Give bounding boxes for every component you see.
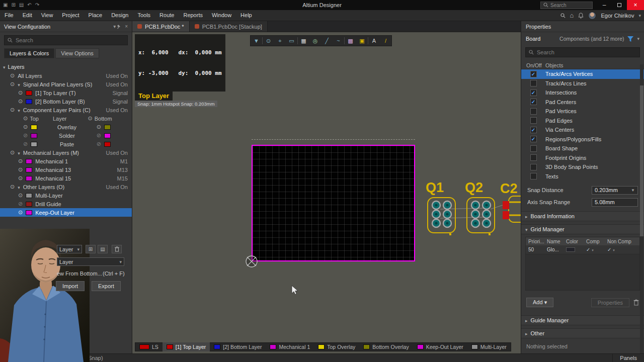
checkbox[interactable] <box>530 127 537 133</box>
duplicate-layer-button[interactable]: ▤ <box>98 245 108 253</box>
layer-color-swatch[interactable] <box>104 133 111 138</box>
layer-color-swatch[interactable] <box>104 142 111 147</box>
layer-row-drill-guide[interactable]: Drill Guide <box>0 200 132 208</box>
checkbox[interactable] <box>530 89 537 96</box>
visibility-eye-icon[interactable] <box>97 132 101 139</box>
visibility-eye-icon[interactable] <box>18 158 23 164</box>
line-icon[interactable]: / <box>380 38 391 44</box>
layer-color-swatch[interactable] <box>26 167 32 172</box>
delete-grid-icon[interactable] <box>633 299 639 306</box>
layer-color-swatch[interactable] <box>26 202 32 207</box>
grid-color-swatch[interactable] <box>566 247 575 252</box>
object-row-footprint-origins[interactable]: Footprint Origins <box>521 153 644 163</box>
object-row-regions-polygons-fills[interactable]: Regions/Polygons/Fills <box>521 135 644 144</box>
export-button[interactable]: Export <box>92 281 121 291</box>
redo-icon[interactable]: ↷ <box>35 3 39 8</box>
tab-view-options[interactable]: View Options <box>55 48 99 58</box>
snap-icon[interactable]: ⊙ <box>263 38 274 44</box>
layer-row-mechanical-15[interactable]: Mechanical 15 M15 <box>0 174 132 183</box>
object-row-pad-edges[interactable]: Pad Edges <box>521 116 644 126</box>
restore-button[interactable] <box>612 0 627 10</box>
checkbox[interactable] <box>530 164 537 170</box>
visibility-eye-icon[interactable] <box>23 124 28 130</box>
collapse-arrow-icon[interactable] <box>18 107 20 113</box>
visibility-eye-icon[interactable] <box>10 72 15 79</box>
section-board-information[interactable]: Board Information <box>521 211 644 221</box>
layer-color-swatch[interactable] <box>31 125 37 130</box>
layer-row-multi-layer[interactable]: Multi-Layer <box>0 191 132 200</box>
visibility-eye-icon[interactable] <box>23 115 28 122</box>
layer-tab-top-overlay[interactable]: Top Overlay <box>314 342 359 351</box>
open-document-icon[interactable]: ▤ <box>19 3 24 8</box>
section-guide-manager[interactable]: Guide Manager <box>521 315 644 325</box>
visibility-eye-icon[interactable] <box>97 141 101 147</box>
pair-row-paste[interactable]: Paste <box>0 140 132 148</box>
menu-help[interactable]: Help <box>236 10 257 21</box>
room-icon[interactable]: ▭ <box>286 38 297 44</box>
visibility-eye-icon[interactable] <box>88 115 93 122</box>
bell-icon[interactable] <box>578 13 584 19</box>
visibility-eye-icon[interactable] <box>10 81 15 87</box>
scrollbar-thumb[interactable] <box>640 85 643 236</box>
new-document-icon[interactable]: ⊞ <box>11 3 15 8</box>
layer-row-keep-out[interactable]: Keep-Out Layer <box>0 208 132 217</box>
checkbox[interactable] <box>530 145 537 152</box>
layers-search-input[interactable]: Search <box>4 35 128 45</box>
pad-array-icon[interactable]: ▦ <box>298 38 309 44</box>
grid-comp-check[interactable]: ✓ ▾ <box>586 247 607 252</box>
snap-distance-select[interactable]: 0.203mm ▼ <box>592 186 638 195</box>
filter-icon[interactable]: ▼ <box>251 38 262 44</box>
visibility-eye-icon[interactable] <box>18 201 23 207</box>
search-icon[interactable] <box>560 13 566 18</box>
visibility-eye-icon[interactable] <box>18 192 23 199</box>
undo-icon[interactable]: ↶ <box>27 3 31 8</box>
layer-tab-multi-layer[interactable]: Multi-Layer <box>467 342 511 351</box>
menu-reports[interactable]: Reports <box>179 10 207 21</box>
doc-tab-pcb1[interactable]: PCB1.PcbDoc * <box>132 21 190 32</box>
menu-view[interactable]: View <box>37 10 58 21</box>
menu-route[interactable]: Route <box>155 10 179 21</box>
object-row-track-arcs-lines[interactable]: Track/Arcs Lines <box>521 79 644 88</box>
import-button[interactable]: Import <box>56 281 85 291</box>
properties-search-input[interactable]: Search <box>525 47 640 57</box>
object-row-pad-vertices[interactable]: Pad Vertices <box>521 107 644 116</box>
visibility-eye-icon[interactable] <box>10 149 15 156</box>
collapse-arrow-icon[interactable] <box>3 64 6 70</box>
checkbox[interactable] <box>530 108 537 115</box>
home-icon[interactable]: ⌂ <box>570 12 574 19</box>
layer-color-swatch[interactable] <box>26 193 32 198</box>
collapse-arrow-icon[interactable] <box>18 81 20 87</box>
grid-properties-button[interactable]: Properties <box>591 298 629 307</box>
grid-row-global[interactable]: 50 Glo... ✓ ▾ ✓ ▾ <box>526 245 639 254</box>
layer-tab-bottom-layer[interactable]: [2] Bottom Layer <box>210 342 266 351</box>
checkbox[interactable] <box>530 173 537 179</box>
visibility-eye-icon[interactable] <box>18 175 23 182</box>
checkbox[interactable] <box>530 117 537 124</box>
layer-color-swatch[interactable] <box>26 210 32 215</box>
polygon-icon[interactable]: ▩ <box>345 38 356 44</box>
checkbox[interactable] <box>530 136 537 142</box>
layer-row-mechanical-1[interactable]: Mechanical 1 M1 <box>0 157 132 165</box>
chevron-down-icon[interactable]: ▾ <box>637 36 639 41</box>
section-grid-manager[interactable]: Grid Manager <box>521 224 644 234</box>
layer-select[interactable]: Layer▾ <box>57 245 82 253</box>
checkbox[interactable] <box>530 80 537 86</box>
menu-project[interactable]: Project <box>57 10 84 21</box>
checkbox[interactable] <box>530 99 537 105</box>
grid-icon[interactable]: + <box>274 38 286 44</box>
checkbox[interactable] <box>530 154 537 161</box>
arc-icon[interactable]: ~ <box>333 38 344 44</box>
checkbox[interactable] <box>530 71 537 77</box>
panel-scrollbar[interactable] <box>640 64 643 362</box>
titlebar-search[interactable]: Search <box>540 2 593 9</box>
delete-layer-button[interactable] <box>112 245 122 253</box>
layer-color-swatch[interactable] <box>31 142 37 147</box>
menu-design[interactable]: Design <box>107 10 133 21</box>
layer-group-signal-plane[interactable]: Signal And Plane Layers (S) Used On <box>0 80 132 88</box>
via-icon[interactable]: ◎ <box>309 38 321 44</box>
object-row-texts[interactable]: Texts <box>521 172 644 182</box>
menu-place[interactable]: Place <box>84 10 107 21</box>
visibility-eye-icon[interactable] <box>23 132 28 139</box>
menu-window[interactable]: Window <box>207 10 236 21</box>
layer-color-swatch[interactable] <box>31 133 37 138</box>
